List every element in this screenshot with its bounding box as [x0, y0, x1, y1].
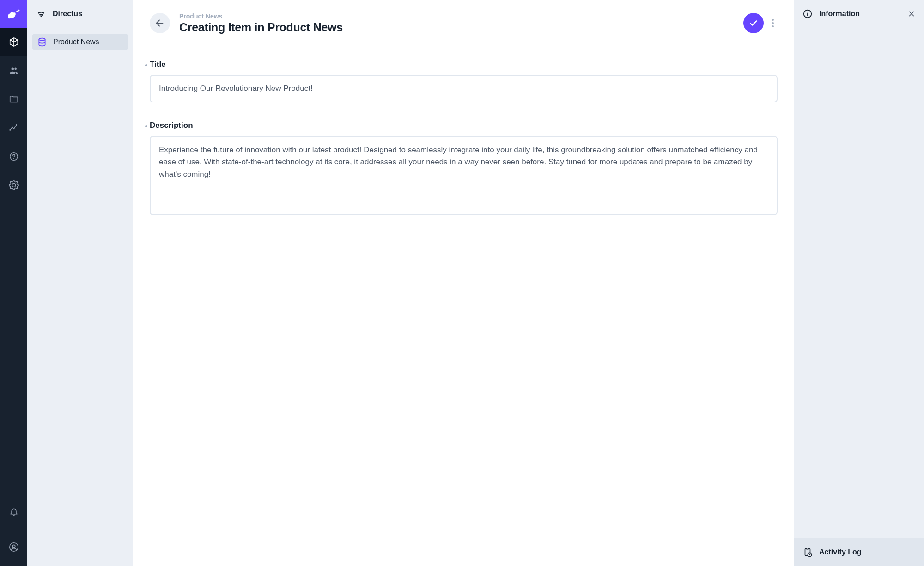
title-input[interactable] [150, 75, 778, 102]
svg-point-5 [13, 158, 14, 159]
app-logo[interactable] [0, 0, 27, 28]
info-panel-title: Information [819, 10, 901, 18]
wifi-icon [36, 10, 46, 18]
svg-point-10 [772, 22, 774, 24]
people-icon [9, 66, 19, 76]
nav-docs[interactable] [0, 142, 27, 171]
svg-point-0 [9, 129, 11, 131]
main-header: Product News Creating Item in Product Ne… [133, 0, 794, 46]
info-panel-body [794, 28, 924, 538]
check-icon [748, 18, 759, 28]
svg-point-11 [772, 25, 774, 27]
svg-point-13 [807, 12, 808, 12]
rabbit-icon [6, 9, 21, 19]
form-area: Title Description [133, 46, 794, 249]
field-title: Title [150, 60, 778, 102]
svg-point-3 [16, 124, 17, 126]
nav-notifications[interactable] [0, 497, 27, 526]
nav-account[interactable] [0, 533, 27, 561]
nav-content[interactable] [0, 28, 27, 56]
activity-log-button[interactable]: Activity Log [794, 538, 924, 566]
svg-point-7 [12, 545, 15, 548]
field-label-description-text: Description [150, 121, 193, 130]
insights-icon [9, 123, 19, 133]
svg-point-9 [772, 19, 774, 21]
box-icon [9, 37, 19, 47]
main-content: Product News Creating Item in Product Ne… [133, 0, 794, 566]
nav-insights[interactable] [0, 114, 27, 142]
rail-divider [5, 529, 23, 529]
info-panel: Information Activity Log [794, 0, 924, 566]
collection-product-news[interactable]: Product News [32, 34, 128, 50]
field-label-title-text: Title [150, 60, 166, 69]
app-name: Directus [53, 10, 82, 18]
svg-point-1 [11, 127, 12, 128]
activity-log-label: Activity Log [819, 548, 862, 556]
nav-users[interactable] [0, 56, 27, 85]
gear-icon [9, 180, 19, 190]
close-icon [907, 10, 916, 18]
svg-rect-14 [806, 548, 809, 549]
collections-sidebar: Directus Product News [27, 0, 133, 566]
info-icon [802, 9, 813, 19]
dots-vertical-icon [772, 19, 774, 27]
sidebar-header[interactable]: Directus [27, 0, 133, 28]
page-title: Creating Item in Product News [179, 21, 734, 34]
bell-icon [9, 507, 18, 516]
folder-icon [9, 94, 19, 104]
collection-label: Product News [53, 38, 99, 46]
save-button[interactable] [743, 13, 764, 33]
field-dot [145, 125, 147, 127]
field-label-title: Title [150, 60, 778, 69]
account-icon [9, 542, 19, 552]
info-panel-header: Information [794, 0, 924, 28]
back-button[interactable] [150, 13, 170, 33]
activity-icon [802, 547, 813, 557]
info-panel-close[interactable] [907, 10, 916, 18]
description-input[interactable] [150, 136, 778, 215]
svg-point-6 [9, 543, 18, 551]
help-icon [9, 151, 19, 162]
svg-point-2 [13, 128, 14, 129]
nav-files[interactable] [0, 85, 27, 114]
more-button[interactable] [768, 13, 778, 33]
svg-point-8 [39, 38, 45, 41]
field-label-description: Description [150, 121, 778, 130]
field-description: Description [150, 121, 778, 217]
field-dot [145, 64, 147, 66]
nav-icon-rail [0, 0, 27, 566]
arrow-back-icon [155, 18, 165, 28]
nav-settings[interactable] [0, 171, 27, 199]
database-icon [37, 37, 47, 47]
breadcrumb[interactable]: Product News [179, 12, 734, 20]
